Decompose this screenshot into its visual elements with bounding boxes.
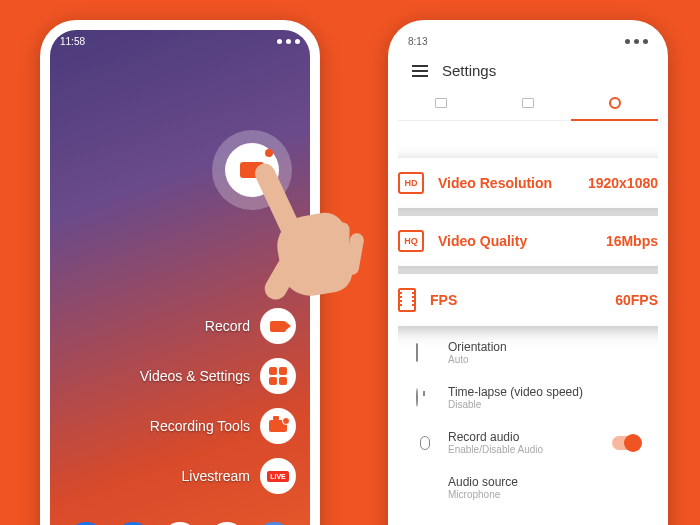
setting-audio-source[interactable]: Audio source Microphone [398,465,658,510]
resolution-value: 1920x1080 [588,175,658,191]
recording-dot-icon [265,149,273,157]
setting-video-resolution[interactable]: HD Video Resolution 1920x1080 [398,158,658,208]
wifi-icon [625,39,630,44]
fps-label: FPS [430,292,601,308]
hd-icon: HD [398,172,424,194]
record-audio-toggle[interactable] [612,436,640,450]
tab-settings[interactable] [571,89,658,120]
video-tab-icon [435,98,447,108]
tab-images[interactable] [485,89,572,120]
grid-icon [260,358,296,394]
settings-screen: 8:13 Settings HD Video Resolution 1920x1… [398,30,658,525]
settings-list: Orientation Auto Time-lapse (video speed… [398,330,658,510]
film-icon [398,288,416,312]
fps-value: 60FPS [615,292,658,308]
menu-recording-tools[interactable]: Recording Tools [150,408,296,444]
menu-record-label: Record [205,318,250,334]
orientation-icon [416,344,434,362]
status-icons [625,39,648,44]
audio-source-value: Microphone [448,489,640,500]
status-bar: 11:58 [50,30,310,52]
settings-header: Settings [398,52,658,89]
menu-videos-settings[interactable]: Videos & Settings [140,358,296,394]
orientation-title: Orientation [448,340,640,354]
battery-icon [643,39,648,44]
clock-icon [416,389,434,407]
floating-menu: Record Videos & Settings Recording Tools… [140,308,296,494]
menu-livestream[interactable]: Livestream LIVE [182,458,296,494]
tools-icon [260,408,296,444]
mic-icon [416,436,434,450]
quality-value: 16Mbps [606,233,658,249]
status-icons [277,39,300,44]
status-time: 8:13 [408,36,427,47]
setting-orientation[interactable]: Orientation Auto [398,330,658,375]
menu-videos-settings-label: Videos & Settings [140,368,250,384]
audio-source-title: Audio source [448,475,640,489]
live-icon: LIVE [260,458,296,494]
quality-label: Video Quality [438,233,592,249]
timelapse-value: Disable [448,399,640,410]
settings-title: Settings [442,62,496,79]
setting-fps[interactable]: FPS 60FPS [398,274,658,326]
wifi-icon [277,39,282,44]
image-tab-icon [522,98,534,108]
status-time: 11:58 [60,36,85,47]
phone-right: 8:13 Settings HD Video Resolution 1920x1… [388,20,668,525]
menu-recording-tools-label: Recording Tools [150,418,250,434]
record-audio-sub: Enable/Disable Audio [448,444,598,455]
gear-icon [609,97,621,109]
setting-record-audio[interactable]: Record audio Enable/Disable Audio [398,420,658,465]
menu-icon[interactable] [412,65,428,77]
menu-livestream-label: Livestream [182,468,250,484]
orientation-value: Auto [448,354,640,365]
signal-icon [286,39,291,44]
battery-icon [295,39,300,44]
setting-timelapse[interactable]: Time-lapse (video speed) Disable [398,375,658,420]
live-badge-text: LIVE [267,471,289,482]
setting-video-quality[interactable]: HQ Video Quality 16Mbps [398,216,658,266]
hq-icon: HQ [398,230,424,252]
timelapse-title: Time-lapse (video speed) [448,385,640,399]
tab-videos[interactable] [398,89,485,120]
record-audio-title: Record audio [448,430,598,444]
tab-bar [398,89,658,121]
resolution-label: Video Resolution [438,175,574,191]
status-bar: 8:13 [398,30,658,52]
bluetooth-icon [634,39,639,44]
